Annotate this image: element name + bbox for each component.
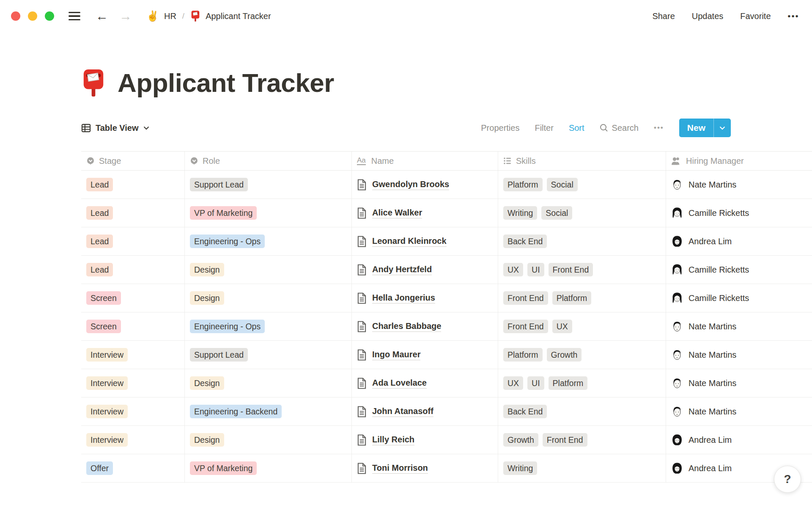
column-header-name[interactable]: Aa Name [352,152,498,170]
name-link[interactable]: Gwendolyn Brooks [372,179,449,190]
role-cell[interactable]: VP of Marketing [185,454,352,482]
name-cell[interactable]: Gwendolyn Brooks [352,171,498,199]
role-cell[interactable]: Support Lead [185,171,352,199]
breadcrumb-page[interactable]: Applicant Tracker [206,11,271,21]
sidebar-menu-icon[interactable] [69,12,80,20]
table-row[interactable]: Interview Design Ada Lovelace UXUIPlatfo… [81,369,812,398]
table-row[interactable]: Interview Support Lead Ingo Maurer Platf… [81,341,812,369]
stage-cell[interactable]: Screen [81,284,185,312]
name-link[interactable]: Alice Walker [372,208,422,218]
skills-cell[interactable]: UXUIPlatform [498,369,666,397]
manager-cell[interactable]: Nate Martins [666,369,812,397]
name-link[interactable]: Lilly Reich [372,435,414,445]
manager-cell[interactable]: Nate Martins [666,341,812,369]
new-button[interactable]: New [679,119,731,137]
name-cell[interactable]: Alice Walker [352,199,498,227]
table-row[interactable]: Lead VP of Marketing Alice Walker Writin… [81,199,812,227]
view-more-options-icon[interactable]: ••• [654,124,664,132]
role-cell[interactable]: Engineering - Ops [185,227,352,255]
new-dropdown-chevron-icon[interactable] [713,119,731,137]
role-cell[interactable]: Support Lead [185,341,352,369]
page-icon-mailbox[interactable] [81,68,106,98]
manager-cell[interactable]: Nate Martins [666,398,812,425]
forward-arrow-icon[interactable]: → [119,10,132,22]
table-row[interactable]: Screen Design Hella Jongerius Front EndP… [81,284,812,312]
skills-cell[interactable]: Front EndUX [498,312,666,340]
stage-cell[interactable]: Interview [81,426,185,454]
name-link[interactable]: Ada Lovelace [372,378,427,389]
table-row[interactable]: Interview Engineering - Backend John Ata… [81,398,812,426]
back-arrow-icon[interactable]: ← [96,10,108,22]
manager-cell[interactable]: Camille Ricketts [666,284,812,312]
column-header-stage[interactable]: Stage [81,152,185,170]
breadcrumb-workspace[interactable]: HR [164,11,176,21]
column-header-skills[interactable]: Skills [498,152,666,170]
table-row[interactable]: Lead Support Lead Gwendolyn Brooks Platf… [81,171,812,199]
close-window-button[interactable] [11,11,20,21]
manager-cell[interactable]: Nate Martins [666,171,812,199]
name-cell[interactable]: Ingo Maurer [352,341,498,369]
properties-button[interactable]: Properties [481,123,519,133]
manager-cell[interactable]: Camille Ricketts [666,256,812,284]
name-link[interactable]: Andy Hertzfeld [372,265,432,275]
skills-cell[interactable]: Back End [498,398,666,425]
search-button[interactable]: Search [600,123,639,133]
name-cell[interactable]: Andy Hertzfeld [352,256,498,284]
help-button[interactable]: ? [774,466,801,493]
skills-cell[interactable]: Back End [498,227,666,255]
role-cell[interactable]: Engineering - Ops [185,312,352,340]
column-header-hiring-manager[interactable]: Hiring Manager [666,152,812,170]
skills-cell[interactable]: GrowthFront End [498,426,666,454]
stage-cell[interactable]: Interview [81,341,185,369]
name-cell[interactable]: Charles Babbage [352,312,498,340]
name-link[interactable]: Leonard Kleinrock [372,236,447,247]
role-cell[interactable]: Design [185,284,352,312]
role-cell[interactable]: Design [185,256,352,284]
stage-cell[interactable]: Lead [81,171,185,199]
role-cell[interactable]: VP of Marketing [185,199,352,227]
skills-cell[interactable]: PlatformSocial [498,171,666,199]
name-cell[interactable]: Lilly Reich [352,426,498,454]
skills-cell[interactable]: PlatformGrowth [498,341,666,369]
manager-cell[interactable]: Andrea Lim [666,426,812,454]
skills-cell[interactable]: Front EndPlatform [498,284,666,312]
name-link[interactable]: Charles Babbage [372,321,441,332]
skills-cell[interactable]: UXUIFront End [498,256,666,284]
role-cell[interactable]: Engineering - Backend [185,398,352,425]
table-row[interactable]: Lead Design Andy Hertzfeld UXUIFront End… [81,256,812,284]
name-link[interactable]: Ingo Maurer [372,350,420,360]
column-header-role[interactable]: Role [185,152,352,170]
sort-button[interactable]: Sort [569,123,584,133]
table-row[interactable]: Offer VP of Marketing Toni Morrison Writ… [81,454,812,483]
favorite-button[interactable]: Favorite [740,11,771,21]
stage-cell[interactable]: Interview [81,369,185,397]
name-cell[interactable]: Hella Jongerius [352,284,498,312]
role-cell[interactable]: Design [185,369,352,397]
filter-button[interactable]: Filter [535,123,553,133]
name-cell[interactable]: Toni Morrison [352,454,498,482]
table-row[interactable]: Screen Engineering - Ops Charles Babbage… [81,312,812,341]
more-options-icon[interactable]: ••• [788,11,799,21]
stage-cell[interactable]: Screen [81,312,185,340]
manager-cell[interactable]: Camille Ricketts [666,199,812,227]
stage-cell[interactable]: Lead [81,256,185,284]
stage-cell[interactable]: Offer [81,454,185,482]
name-cell[interactable]: Ada Lovelace [352,369,498,397]
role-cell[interactable]: Design [185,426,352,454]
name-cell[interactable]: Leonard Kleinrock [352,227,498,255]
name-cell[interactable]: John Atanasoff [352,398,498,425]
zoom-window-button[interactable] [45,11,54,21]
name-link[interactable]: John Atanasoff [372,406,433,417]
name-link[interactable]: Hella Jongerius [372,293,435,304]
skills-cell[interactable]: WritingSocial [498,199,666,227]
manager-cell[interactable]: Nate Martins [666,312,812,340]
updates-button[interactable]: Updates [692,11,724,21]
stage-cell[interactable]: Interview [81,398,185,425]
table-row[interactable]: Interview Design Lilly Reich GrowthFront… [81,426,812,454]
new-button-label[interactable]: New [679,119,713,137]
stage-cell[interactable]: Lead [81,227,185,255]
share-button[interactable]: Share [652,11,675,21]
manager-cell[interactable]: Andrea Lim [666,227,812,255]
minimize-window-button[interactable] [28,11,37,21]
skills-cell[interactable]: Writing [498,454,666,482]
